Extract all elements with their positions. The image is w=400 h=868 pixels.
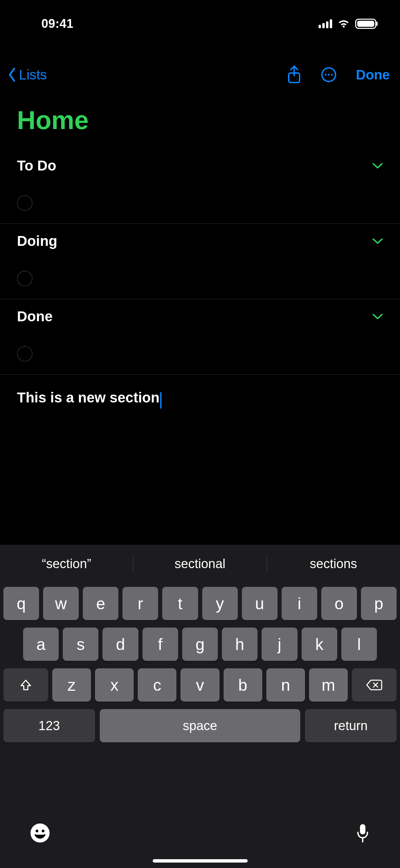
svg-point-5 <box>31 824 50 843</box>
share-button[interactable] <box>287 66 302 84</box>
key-d[interactable]: d <box>102 628 138 661</box>
list-title: Home <box>0 105 400 148</box>
battery-icon <box>355 19 376 29</box>
section-done: Done <box>0 299 400 374</box>
section-title: To Do <box>17 158 56 174</box>
ellipsis-circle-icon <box>321 67 337 83</box>
backspace-key[interactable] <box>352 668 397 702</box>
chevron-down-icon[interactable] <box>372 238 383 245</box>
svg-rect-8 <box>360 824 365 834</box>
svg-point-3 <box>328 74 329 75</box>
back-label: Lists <box>19 67 47 83</box>
key-c[interactable]: c <box>138 668 176 702</box>
key-k[interactable]: k <box>302 628 337 661</box>
key-o[interactable]: o <box>321 587 357 620</box>
section-title: Doing <box>17 233 57 249</box>
emoji-button[interactable] <box>31 824 50 843</box>
svg-point-7 <box>42 830 44 832</box>
completion-circle-icon[interactable] <box>17 271 33 286</box>
text-cursor <box>160 392 161 409</box>
content-area: Home To Do Doing Done <box>0 105 400 409</box>
return-key[interactable]: return <box>305 709 397 742</box>
key-e[interactable]: e <box>83 587 118 620</box>
section-header[interactable]: Doing <box>17 224 383 258</box>
key-x[interactable]: x <box>95 668 134 702</box>
key-row-1: q w e r t y u i o p <box>3 587 397 620</box>
key-z[interactable]: z <box>52 668 91 702</box>
key-h[interactable]: h <box>222 628 258 661</box>
new-section-input[interactable]: This is a new section <box>17 390 159 405</box>
key-row-2: a s d f g h j k l <box>3 628 397 661</box>
key-b[interactable]: b <box>224 668 262 702</box>
key-s[interactable]: s <box>63 628 98 661</box>
backspace-icon <box>366 679 382 691</box>
suggestion-bar: “section” sectional sections <box>0 545 400 583</box>
section-title: Done <box>17 308 53 325</box>
share-icon <box>287 66 302 84</box>
keyboard-bottom-bar <box>0 814 400 852</box>
dictation-button[interactable] <box>356 824 369 843</box>
key-u[interactable]: u <box>242 587 278 620</box>
new-section-input-row[interactable]: This is a new section <box>0 375 400 409</box>
status-bar: 09:41 <box>0 0 400 48</box>
numbers-key[interactable]: 123 <box>3 709 95 742</box>
reminder-item-empty[interactable] <box>17 258 383 299</box>
svg-point-6 <box>36 830 38 832</box>
key-i[interactable]: i <box>282 587 317 620</box>
key-row-3: z x c v b n m <box>3 668 397 702</box>
mic-icon <box>356 824 369 843</box>
key-r[interactable]: r <box>122 587 158 620</box>
key-row-4: 123 space return <box>3 709 397 742</box>
completion-circle-icon[interactable] <box>17 195 33 211</box>
more-button[interactable] <box>321 67 337 83</box>
key-v[interactable]: v <box>180 668 219 702</box>
status-icons <box>319 19 376 29</box>
key-w[interactable]: w <box>43 587 79 620</box>
key-l[interactable]: l <box>341 628 377 661</box>
shift-key[interactable] <box>3 668 48 702</box>
space-key[interactable]: space <box>100 709 300 742</box>
reminder-item-empty[interactable] <box>17 333 383 374</box>
key-n[interactable]: n <box>266 668 305 702</box>
shift-icon <box>19 678 33 692</box>
key-p[interactable]: p <box>361 587 397 620</box>
home-indicator[interactable] <box>153 859 248 863</box>
nav-bar: Lists Done <box>0 61 400 88</box>
key-a[interactable]: a <box>23 628 59 661</box>
done-button[interactable]: Done <box>356 67 390 83</box>
reminder-item-empty[interactable] <box>17 183 383 223</box>
key-f[interactable]: f <box>142 628 178 661</box>
svg-point-2 <box>325 74 326 75</box>
status-time: 09:41 <box>0 17 74 31</box>
key-g[interactable]: g <box>182 628 218 661</box>
section-header[interactable]: To Do <box>17 149 383 183</box>
key-m[interactable]: m <box>309 668 348 702</box>
chevron-down-icon[interactable] <box>372 313 383 320</box>
section-doing: Doing <box>0 224 400 299</box>
keyboard: “section” sectional sections q w e r t y… <box>0 545 400 868</box>
suggestion-1[interactable]: sectional <box>133 557 266 571</box>
key-q[interactable]: q <box>3 587 39 620</box>
section-todo: To Do <box>0 148 400 223</box>
svg-point-4 <box>331 74 332 75</box>
suggestion-0[interactable]: “section” <box>0 557 133 571</box>
wifi-icon <box>337 19 350 29</box>
chevron-left-icon <box>7 67 18 82</box>
section-header[interactable]: Done <box>17 300 383 333</box>
chevron-down-icon[interactable] <box>372 162 383 169</box>
key-t[interactable]: t <box>162 587 198 620</box>
emoji-icon <box>31 824 50 843</box>
back-button[interactable]: Lists <box>7 67 47 83</box>
key-j[interactable]: j <box>262 628 297 661</box>
suggestion-2[interactable]: sections <box>267 557 400 571</box>
completion-circle-icon[interactable] <box>17 346 33 362</box>
cellular-icon <box>319 19 332 28</box>
key-y[interactable]: y <box>202 587 238 620</box>
